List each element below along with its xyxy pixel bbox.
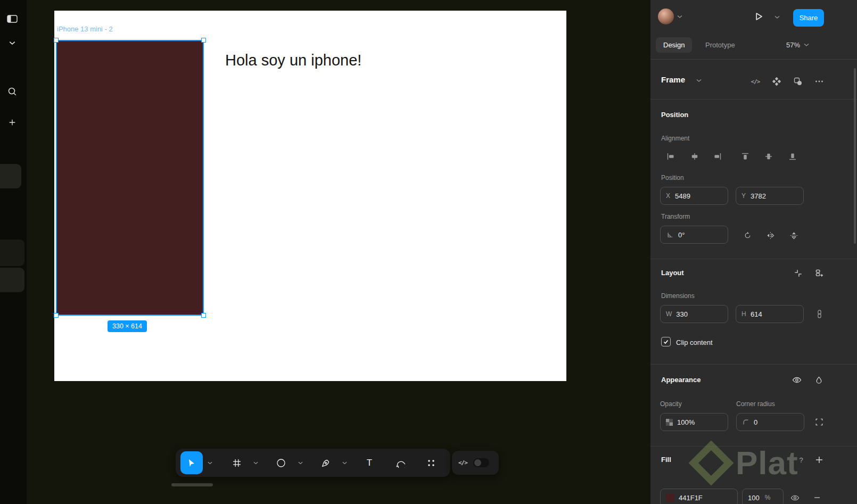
actions-dots-icon (426, 458, 436, 468)
fill-color-swatch[interactable] (666, 493, 674, 502)
height-field[interactable]: H 614 (736, 305, 804, 323)
rotation-value: 0° (678, 231, 685, 239)
blend-mode-button[interactable] (812, 373, 826, 387)
tools-toolbar: T (176, 449, 450, 477)
canvas-viewport[interactable]: iPhone 13 mini - 2 330 × 614 Hola soy un… (27, 0, 650, 504)
frame-name-label[interactable]: iPhone 13 mini - 2 (57, 25, 113, 33)
toggle-sidebar-button[interactable] (3, 10, 21, 28)
corner-radius-value: 0 (754, 418, 757, 426)
avatar[interactable] (658, 9, 674, 24)
pen-tool-chevron-icon[interactable] (341, 460, 348, 466)
selection-handle-bottom-right[interactable] (201, 313, 206, 318)
fill-visibility-button[interactable] (788, 491, 802, 504)
fill-help-button[interactable]: ? (794, 453, 808, 467)
sidebar-highlight-item[interactable] (0, 164, 21, 188)
width-field[interactable]: W 330 (660, 305, 728, 323)
selection-handle-top-left[interactable] (54, 38, 59, 43)
rotate-button[interactable] (739, 228, 756, 243)
sidebar-chevron-down-icon[interactable] (3, 34, 21, 52)
align-horizontal-center-button[interactable] (685, 148, 705, 164)
selection-chevron-icon[interactable] (696, 79, 702, 82)
panel-scrollbar[interactable] (854, 68, 856, 244)
sidebar-highlight-item[interactable] (0, 239, 24, 266)
toggle-knob (474, 459, 481, 466)
play-icon (753, 11, 764, 22)
flip-horizontal-button[interactable] (762, 228, 779, 243)
remove-fill-button[interactable] (810, 491, 824, 504)
add-auto-layout-button[interactable] (812, 266, 826, 280)
selection-handle-top-right[interactable] (201, 38, 206, 43)
component-icon (772, 77, 781, 86)
code-icon: </> (751, 78, 760, 85)
selected-frame[interactable] (57, 41, 203, 315)
canvas-text-layer[interactable]: Hola soy un iphone! (225, 52, 361, 69)
frame-tool-button[interactable] (226, 451, 248, 474)
link-icon (815, 309, 824, 319)
present-play-button[interactable] (753, 11, 764, 22)
pen-tool-button[interactable] (315, 451, 337, 474)
fill-hex-value: 441F1F (679, 494, 703, 502)
eye-icon (790, 493, 800, 502)
pen-icon (321, 458, 331, 468)
opacity-checker-icon (666, 419, 673, 426)
y-position-field[interactable]: Y 3782 (736, 187, 804, 205)
opacity-field[interactable]: 100% (660, 413, 728, 431)
flip-vertical-button[interactable] (785, 228, 802, 243)
align-vertical-center-button[interactable] (759, 148, 779, 164)
rotation-field[interactable]: 0° (660, 226, 728, 244)
shape-tool-chevron-icon[interactable] (297, 460, 303, 466)
shrink-icon (794, 269, 803, 278)
create-component-button[interactable] (770, 75, 784, 88)
add-new-button[interactable] (3, 113, 21, 131)
eye-icon (792, 375, 802, 385)
tab-design[interactable]: Design (656, 37, 692, 53)
search-button[interactable] (3, 82, 21, 101)
constrain-proportions-button[interactable] (812, 307, 826, 321)
dev-mode-toggle[interactable] (473, 458, 489, 467)
shape-tool-button[interactable] (270, 451, 292, 474)
align-bottom-button[interactable] (782, 148, 803, 164)
align-left-button[interactable] (661, 148, 681, 164)
fill-section-title: Fill (661, 456, 671, 464)
share-button[interactable]: Share (793, 9, 824, 27)
divider (650, 364, 857, 365)
copy-code-button[interactable]: </> (748, 75, 762, 88)
zoom-menu[interactable]: 57% (786, 41, 809, 49)
tab-prototype[interactable]: Prototype (705, 41, 735, 49)
alignment-label: Alignment (661, 135, 689, 142)
text-tool-button[interactable]: T (358, 451, 381, 474)
move-tool-chevron-icon[interactable] (207, 460, 213, 466)
align-right-button[interactable] (707, 148, 728, 164)
fill-color-field[interactable]: 441F1F (660, 489, 738, 504)
corner-radius-field[interactable]: 0 (736, 413, 804, 431)
opacity-label: Opacity (660, 400, 682, 408)
zoom-chevron-icon (804, 43, 809, 47)
clip-content-checkbox[interactable] (661, 337, 671, 346)
visibility-button[interactable] (790, 373, 804, 387)
actions-tool-button[interactable] (420, 451, 442, 474)
frame-tool-chevron-icon[interactable] (252, 460, 259, 466)
present-chevron-icon[interactable] (774, 15, 780, 19)
selection-handle-bottom-left[interactable] (54, 313, 59, 318)
add-fill-button[interactable] (812, 453, 826, 467)
sidebar-highlight-item[interactable] (0, 268, 24, 292)
x-prefix: X (666, 192, 671, 200)
position-label: Position (661, 174, 684, 181)
y-prefix: Y (741, 192, 746, 200)
sidebar-panel-icon (7, 14, 18, 24)
comment-tool-button[interactable] (389, 451, 411, 474)
move-tool-button[interactable] (180, 451, 203, 474)
resize-to-fit-button[interactable] (791, 266, 805, 280)
independent-corners-button[interactable] (812, 415, 826, 429)
w-prefix: W (666, 310, 672, 318)
canvas-horizontal-scrollbar[interactable] (171, 483, 213, 486)
use-as-mask-button[interactable] (791, 75, 805, 88)
plus-icon (8, 118, 17, 127)
minus-icon (813, 494, 821, 501)
x-position-field[interactable]: X 5489 (660, 187, 728, 205)
align-top-button[interactable] (735, 148, 755, 164)
selection-type-label: Frame (661, 75, 685, 84)
fill-opacity-field[interactable]: 100 % (742, 489, 784, 504)
avatar-chevron-icon[interactable] (677, 15, 682, 19)
more-options-button[interactable] (812, 75, 826, 88)
